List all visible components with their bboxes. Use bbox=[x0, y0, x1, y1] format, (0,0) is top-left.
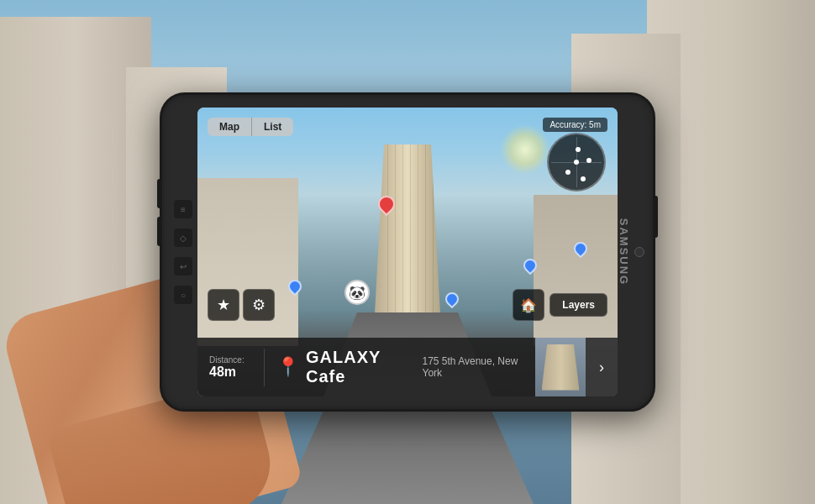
samsung-brand-text: SAMSUNG bbox=[617, 218, 629, 286]
distance-value: 48m bbox=[209, 365, 252, 380]
ar-screen: Map List Accuracy: 5m bbox=[197, 108, 618, 396]
distance-box: Distance: 48m bbox=[197, 349, 265, 386]
side-dot bbox=[634, 247, 644, 257]
radar-dot-1 bbox=[576, 147, 581, 152]
info-bar: Distance: 48m 📍 GALAXY Cafe 175 5th Aven… bbox=[197, 338, 618, 396]
screen-building-right bbox=[534, 195, 618, 346]
pin-head-blue-2 bbox=[443, 290, 462, 309]
pin-head-blue-3 bbox=[521, 256, 540, 276]
thumb-building-shape bbox=[542, 344, 580, 391]
scene: SAMSUNG ≡ ◇ ↩ ○ Map List Accur bbox=[0, 0, 815, 504]
settings-button[interactable]: ⚙ bbox=[243, 289, 275, 321]
sun-glow bbox=[500, 124, 550, 175]
location-pin-1[interactable] bbox=[288, 280, 302, 293]
layers-button[interactable]: Layers bbox=[549, 293, 607, 317]
power-button[interactable] bbox=[653, 196, 658, 238]
menu-button[interactable]: ≡ bbox=[174, 200, 192, 218]
place-info[interactable]: 📍 GALAXY Cafe 175 5th Avenue, New York bbox=[265, 341, 535, 393]
action-buttons: ★ ⚙ bbox=[208, 289, 275, 321]
volume-up-button[interactable] bbox=[157, 179, 162, 208]
place-pin-icon: 📍 bbox=[276, 356, 299, 378]
distance-label: Distance: bbox=[209, 355, 252, 365]
volume-down-button[interactable] bbox=[157, 217, 162, 246]
radar-dot-2 bbox=[586, 158, 592, 163]
back-button[interactable]: ↩ bbox=[174, 257, 192, 276]
place-address: 175 5th Avenue, New York bbox=[423, 355, 524, 379]
bottom-right-buttons: 🏠 Layers bbox=[513, 289, 607, 321]
map-button[interactable]: Map bbox=[208, 118, 252, 136]
layers-label: Layers bbox=[562, 299, 595, 311]
search-button[interactable]: ○ bbox=[174, 286, 192, 304]
tablet-device: SAMSUNG ≡ ◇ ↩ ○ Map List Accur bbox=[160, 92, 655, 412]
screen-building-left bbox=[197, 178, 298, 346]
radar-compass bbox=[547, 133, 606, 192]
list-button[interactable]: List bbox=[252, 118, 293, 136]
location-pin-4[interactable] bbox=[574, 242, 587, 255]
radar-circle bbox=[547, 133, 606, 192]
panda-poi-icon[interactable]: 🐼 bbox=[344, 280, 370, 305]
pin-head-blue-4 bbox=[571, 239, 591, 259]
next-button[interactable]: › bbox=[586, 338, 618, 396]
pin-head-blue-1 bbox=[286, 277, 305, 297]
selected-location-pin[interactable] bbox=[378, 196, 395, 213]
favorites-button[interactable]: ★ bbox=[208, 289, 239, 321]
home-button[interactable]: ◇ bbox=[174, 228, 192, 247]
radar-dot-3 bbox=[565, 170, 570, 175]
accuracy-badge: Accuracy: 5m bbox=[543, 118, 607, 132]
pin-head-red bbox=[375, 192, 398, 216]
map-list-toggle: Map List bbox=[208, 118, 293, 136]
hardware-button-area: ≡ ◇ ↩ ○ bbox=[174, 200, 192, 304]
radar-dot-center bbox=[574, 160, 579, 165]
radar-dot-4 bbox=[581, 176, 586, 181]
ar-view-button[interactable]: 🏠 bbox=[513, 289, 544, 321]
flatiron-building bbox=[374, 144, 441, 329]
location-pin-3[interactable] bbox=[523, 259, 537, 272]
place-thumbnail[interactable] bbox=[535, 338, 586, 396]
location-pin-2[interactable] bbox=[445, 292, 459, 306]
place-name: GALAXY Cafe bbox=[306, 348, 409, 386]
